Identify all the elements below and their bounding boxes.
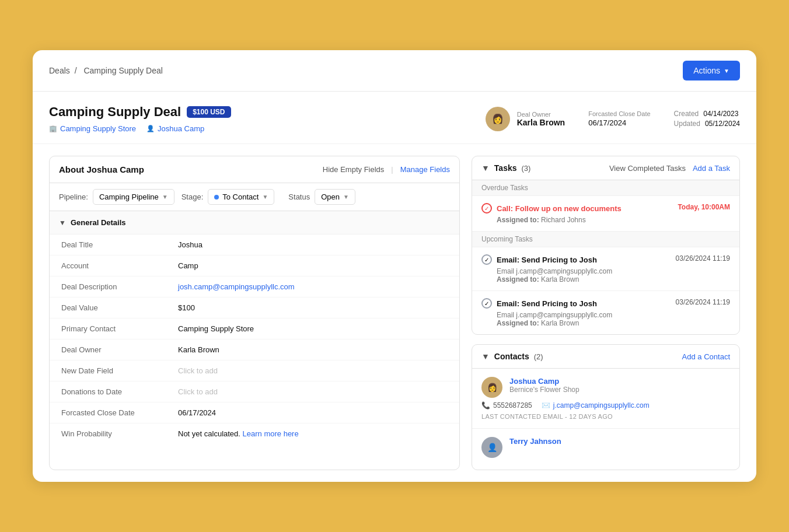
task-check-upcoming-1[interactable]: ✓	[481, 254, 492, 265]
manage-fields-button[interactable]: Manage Fields	[400, 165, 450, 174]
pipeline-item: Pipeline: Camping Pipeline ▼	[59, 189, 174, 205]
view-completed-button[interactable]: View Completed Tasks	[609, 164, 686, 173]
created-label: Created	[674, 110, 699, 118]
deal-amount-badge: $100 USD	[187, 106, 231, 118]
top-header: Deals / Camping Supply Deal Actions ▼	[33, 50, 756, 92]
owner-label: Deal Owner	[517, 111, 565, 118]
right-panel: ▼ Tasks (3) View Completed Tasks Add a T…	[472, 156, 740, 470]
field-primary-contact: Primary Contact Camping Supply Store	[50, 318, 459, 340]
status-chevron-icon: ▼	[343, 194, 349, 200]
task-check-upcoming-2[interactable]: ✓	[481, 298, 492, 309]
breadcrumb-deals[interactable]: Deals	[49, 66, 70, 75]
contacts-card-header: ▼ Contacts (2) Add a Contact	[472, 345, 739, 369]
left-panel: About Joshua Camp Hide Empty Fields | Ma…	[49, 156, 460, 470]
field-close-date: Forcasted Close Date 06/17/2024	[50, 402, 459, 424]
stage-dot-icon	[214, 195, 219, 200]
deal-title-left: Camping Supply Deal $100 USD 🏢 Camping S…	[49, 104, 451, 133]
contact-avatar-terry: 👤	[481, 437, 502, 458]
stage-chevron-icon: ▼	[262, 194, 268, 200]
pipeline-select[interactable]: Camping Pipeline ▼	[93, 189, 174, 205]
pipeline-row: Pipeline: Camping Pipeline ▼ Stage: To C…	[50, 183, 459, 211]
contact-info-terry: Terry Jahnson	[509, 437, 730, 446]
add-contact-button[interactable]: Add a Contact	[682, 352, 730, 361]
task-assigned-overdue: Assigned to: Richard Johns	[497, 216, 730, 224]
tasks-header-left: ▼ Tasks (3)	[481, 163, 530, 173]
general-details-toggle[interactable]: ▼	[59, 219, 66, 227]
contact-company-joshua: Bernice's Flower Shop	[509, 386, 730, 394]
contact-terry: 👤 Terry Jahnson	[472, 429, 739, 470]
task-upcoming-1: ✓ Email: Send Pricing to Josh 03/26/2024…	[472, 247, 739, 291]
contact-name-joshua[interactable]: Joshua Camp	[509, 377, 730, 386]
status-select[interactable]: Open ▼	[315, 189, 355, 205]
actions-button[interactable]: Actions ▼	[683, 61, 740, 80]
owner-avatar: 👩	[486, 107, 510, 131]
breadcrumb-current: Camping Supply Deal	[83, 66, 162, 75]
task-sub-upcoming-1: Email j.camp@campingsupplyllc.com	[497, 267, 730, 275]
hide-empty-button[interactable]: Hide Empty Fields	[323, 165, 384, 174]
task-assigned-upcoming-1: Assigned to: Karla Brown	[497, 275, 730, 284]
general-details-header: ▼ General Details	[50, 211, 459, 235]
tasks-count: (3)	[522, 164, 531, 173]
learn-more-link[interactable]: Learn more here	[243, 429, 299, 438]
task-time-upcoming-2: 03/26/2024 11:19	[676, 298, 730, 306]
breadcrumb-separator: /	[75, 66, 77, 75]
add-task-button[interactable]: Add a Task	[693, 164, 730, 173]
phone-icon: 📞	[481, 401, 490, 410]
created-value: 04/14/2023	[703, 110, 738, 118]
building-icon: 🏢	[49, 125, 57, 132]
contact-phone: 📞 5552687285	[481, 401, 532, 410]
created-updated-meta: Created 04/14/2023 Updated 05/12/2024	[674, 110, 740, 128]
actions-chevron-icon: ▼	[724, 68, 729, 74]
owner-name: Karla Brown	[517, 118, 565, 127]
contacts-title: Contacts	[494, 352, 529, 361]
left-panel-header-actions: Hide Empty Fields | Manage Fields	[323, 165, 450, 174]
close-date-value: 06/17/2024	[588, 118, 650, 127]
contacts-header-right: Add a Contact	[682, 352, 730, 361]
close-date-label: Forcasted Close Date	[588, 110, 650, 117]
contact-joshua: 👩 Joshua Camp Bernice's Flower Shop 📞 55…	[472, 369, 739, 429]
field-donations[interactable]: Donations to Date Click to add	[50, 382, 459, 402]
field-win-probability: Win Probability Not yet calculated. Lear…	[50, 424, 459, 444]
contact-avatar-joshua: 👩	[481, 377, 502, 398]
person-icon: 👤	[146, 125, 155, 132]
check-icon: ✓	[484, 257, 489, 263]
task-title-upcoming-2: Email: Send Pricing to Josh	[497, 299, 597, 308]
contact-link[interactable]: 👤 Joshua Camp	[146, 124, 204, 133]
updated-label: Updated	[674, 120, 700, 128]
task-check-overdue[interactable]: ✓	[481, 203, 492, 214]
stage-select[interactable]: To Contact ▼	[208, 189, 274, 205]
contacts-card: ▼ Contacts (2) Add a Contact 👩 Joshua Ca…	[472, 344, 740, 470]
deal-title: Camping Supply Deal $100 USD	[49, 104, 451, 120]
pipeline-chevron-icon: ▼	[162, 194, 168, 200]
pipeline-label: Pipeline:	[59, 192, 88, 201]
breadcrumb: Deals / Camping Supply Deal	[49, 66, 165, 75]
stage-item: Stage: To Contact ▼	[181, 189, 275, 205]
task-title-upcoming-1: Email: Send Pricing to Josh	[497, 256, 597, 264]
fields-table: Deal Title Joshua Account Camp Deal Desc…	[50, 235, 459, 444]
task-upcoming-2: ✓ Email: Send Pricing to Josh 03/26/2024…	[472, 291, 739, 334]
task-title-overdue: Call: Follow up on new documents	[497, 204, 622, 213]
close-date-meta: Forcasted Close Date 06/17/2024	[588, 110, 650, 127]
contact-email: ✉️ j.camp@campingsupplyllc.com	[542, 401, 650, 410]
task-time-overdue: Today, 10:00AM	[678, 203, 730, 211]
tasks-header-right: View Completed Tasks Add a Task	[609, 164, 730, 173]
contact-info-joshua: Joshua Camp Bernice's Flower Shop	[509, 377, 730, 394]
task-sub-upcoming-2: Email j.camp@campingsupplyllc.com	[497, 311, 730, 319]
field-deal-value: Deal Value $100	[50, 298, 459, 318]
content-area: About Joshua Camp Hide Empty Fields | Ma…	[33, 144, 756, 482]
check-icon: ✓	[484, 205, 489, 212]
tasks-toggle[interactable]: ▼	[481, 163, 490, 173]
stage-label: Stage:	[181, 192, 204, 201]
contact-email-link[interactable]: j.camp@campingsupplyllc.com	[553, 401, 650, 410]
overdue-tasks-label: Overdue Tasks	[472, 180, 739, 196]
check-icon: ✓	[484, 300, 489, 307]
tasks-title: Tasks	[494, 163, 517, 173]
updated-value: 05/12/2024	[705, 120, 740, 128]
contact-details-joshua: 📞 5552687285 ✉️ j.camp@campingsupplyllc.…	[481, 401, 730, 410]
field-new-date[interactable]: New Date Field Click to add	[50, 360, 459, 382]
contact-name-terry[interactable]: Terry Jahnson	[509, 437, 730, 446]
contacts-toggle[interactable]: ▼	[481, 352, 490, 361]
about-section-header: About Joshua Camp Hide Empty Fields | Ma…	[50, 156, 459, 183]
deal-links: 🏢 Camping Supply Store 👤 Joshua Camp	[49, 124, 451, 133]
company-link[interactable]: 🏢 Camping Supply Store	[49, 124, 136, 133]
